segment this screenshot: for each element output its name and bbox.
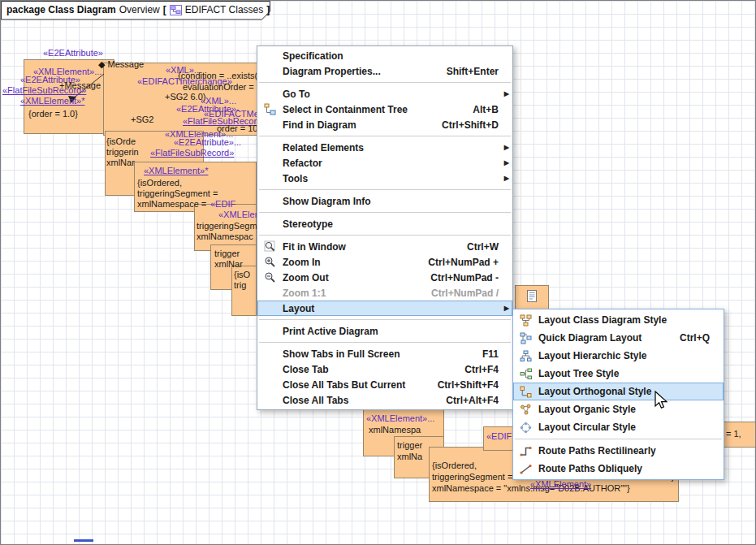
submenu-arrow-icon: ▶ (499, 91, 509, 97)
class-text-fragment: trigger (397, 440, 422, 450)
diagram-name-label: Overview (119, 4, 160, 15)
class-text-fragment: {isOrdered, (432, 461, 477, 470)
diagram-canvas[interactable]: «E2EAttribute»◆ Message«XML»...«XMLEleme… (0, 0, 756, 545)
diagram-kind-label: package Class Diagram (6, 4, 116, 15)
menu-item-tools[interactable]: Tools▶ (257, 171, 512, 186)
menu-item-find-in-diagram[interactable]: Find in DiagramCtrl+Shift+D (257, 117, 512, 132)
menu-item-label: Show Tabs in Full Screen (283, 348, 400, 360)
submenu-arrow-icon: ▶ (499, 305, 509, 312)
menu-item-show-diagram-info[interactable]: Show Diagram Info (257, 193, 512, 209)
mouse-cursor (654, 391, 672, 410)
menu-item-label: Layout Hierarchic Style (538, 350, 646, 361)
menu-item-label: Zoom Out (283, 272, 329, 283)
frame-open-bracket: [ (163, 4, 166, 15)
stereotype-label: «E2EAttribute»... (174, 137, 241, 147)
layout-organic-icon (516, 404, 535, 416)
quick-diagram-layout-icon (516, 332, 535, 344)
menu-item-zoom-out[interactable]: Zoom OutCtrl+NumPad - (257, 270, 512, 285)
menu-item-layout-tree-style[interactable]: Layout Tree Style (513, 365, 724, 383)
zoom-in-icon (260, 256, 279, 268)
containment-tree-icon (260, 103, 279, 115)
route-oblique-icon (516, 463, 535, 475)
class-diagram-icon (170, 5, 182, 15)
menu-item-specification[interactable]: Specification (257, 48, 512, 63)
menu-item-layout-class-diagram-style[interactable]: Layout Class Diagram Style (513, 311, 724, 329)
menu-item-quick-diagram-layout[interactable]: Quick Diagram LayoutCtrl+Q (513, 329, 724, 347)
class-text-fragment: triggerin (106, 147, 139, 157)
frame-close-bracket: ] (266, 4, 270, 15)
menu-item-label: Refactor (283, 158, 322, 169)
class-text-fragment: xmlNamespa (369, 425, 421, 435)
diagram-tab[interactable]: package Class Diagram Overview [ EDIFACT… (1, 1, 279, 20)
menu-item-show-tabs-in-full-screen[interactable]: Show Tabs in Full ScreenF11 (257, 346, 512, 361)
stereotype-label: «XMLElement»... (366, 413, 434, 423)
class-text-fragment: xmlNamespac (197, 231, 253, 241)
menu-item-label: Find in Diagram (283, 119, 356, 131)
class-text-fragment: evaluationOrder = 6, (183, 82, 264, 92)
class-text-fragment: +SG2 (131, 115, 153, 124)
layout-hierarchic-icon (516, 350, 535, 362)
class-text-fragment: ◆ Message (98, 59, 144, 69)
menu-item-fit-in-window[interactable]: Fit in WindowCtrl+W (257, 239, 512, 254)
menu-item-label: Show Diagram Info (283, 196, 371, 207)
menu-item-refactor[interactable]: Refactor▶ (257, 155, 512, 171)
menu-item-label: Go To (283, 89, 310, 100)
menu-item-print-active-diagram[interactable]: Print Active Diagram (257, 323, 512, 339)
stereotype-label: «XMLElement»* (144, 166, 209, 175)
menu-item-label: Zoom In (283, 257, 321, 268)
menu-item-shortcut: Alt+B (458, 104, 499, 115)
menu-item-label: Zoom 1:1 (283, 288, 326, 299)
menu-item-diagram-properties[interactable]: Diagram Properties...Shift+Enter (257, 63, 512, 79)
menu-item-stereotype[interactable]: Stereotype (257, 216, 512, 231)
menu-separator (259, 212, 511, 213)
menu-item-shortcut: Ctrl+Shift+F4 (423, 379, 499, 391)
zoom-out-icon (260, 271, 279, 283)
layout-class-diagram-icon (516, 314, 535, 327)
class-text-fragment: xmlNa (397, 452, 422, 461)
class-text-fragment: {isOrdered, (137, 178, 182, 188)
menu-item-layout[interactable]: Layout▶ (257, 301, 512, 316)
menu-item-zoom-in[interactable]: Zoom InCtrl+NumPad + (257, 254, 512, 270)
menu-item-route-paths-obliquely[interactable]: Route Paths Obliquely (513, 460, 724, 478)
menu-item-label: Close All Tabs But Current (283, 379, 405, 391)
menu-item-close-tab[interactable]: Close TabCtrl+F4 (257, 361, 512, 377)
menu-item-layout-orthogonal-style[interactable]: Layout Orthogonal Style (513, 383, 724, 400)
menu-item-label: Fit in Window (283, 241, 346, 253)
stereotype-label: «XMLElement»* (20, 96, 85, 106)
menu-item-route-paths-rectilinearly[interactable]: Route Paths Rectilinearly (513, 442, 724, 460)
menu-item-related-elements[interactable]: Related Elements▶ (257, 140, 512, 155)
menu-item-shortcut: Ctrl+Alt+F4 (431, 395, 499, 406)
menu-item-layout-organic-style[interactable]: Layout Organic Style (513, 400, 724, 418)
submenu-arrow-icon: ▶ (499, 160, 509, 167)
menu-item-label: Specification (283, 50, 343, 62)
menu-item-select-in-containment-tree[interactable]: Select in Containment TreeAlt+B (257, 102, 512, 117)
menu-item-label: Close Tab (283, 364, 328, 375)
diagram-frame-title: EDIFACT Classes (185, 4, 263, 15)
menu-item-layout-hierarchic-style[interactable]: Layout Hierarchic Style (513, 347, 724, 365)
stereotype-label: «FlatFileSubRecord» (2, 85, 86, 95)
class-text-fragment: trig (234, 280, 246, 290)
menu-item-layout-circular-style[interactable]: Layout Circular Style (513, 418, 724, 436)
page-icon (527, 290, 538, 306)
frame-edge-mark (74, 539, 93, 542)
menu-item-label: Layout Class Diagram Style (538, 314, 667, 326)
menu-item-zoom-1-1[interactable]: Zoom 1:1Ctrl+NumPad / (257, 285, 512, 301)
layout-tree-icon (516, 368, 535, 380)
menu-item-shortcut: F11 (468, 348, 499, 360)
menu-separator (259, 189, 511, 190)
layout-submenu: Layout Class Diagram StyleQuick Diagram … (512, 309, 724, 480)
menu-item-close-all-tabs[interactable]: Close All TabsCtrl+Alt+F4 (257, 392, 512, 408)
menu-item-label: Close All Tabs (283, 395, 348, 406)
menu-item-label: Route Paths Obliquely (538, 463, 642, 474)
menu-item-go-to[interactable]: Go To▶ (257, 86, 512, 102)
menu-item-close-all-tabs-but-current[interactable]: Close All Tabs But CurrentCtrl+Shift+F4 (257, 377, 512, 392)
class-text-fragment: xmlNar (214, 259, 243, 269)
menu-item-label: Layout (283, 303, 314, 314)
diagram-element-fragment[interactable] (515, 285, 549, 311)
menu-item-shortcut: Ctrl+W (452, 241, 499, 253)
menu-item-label: Quick Diagram Layout (538, 332, 642, 344)
class-text-fragment: = 1, (726, 429, 741, 439)
menu-item-shortcut: Ctrl+NumPad - (416, 272, 499, 283)
menu-item-shortcut: Ctrl+F4 (450, 364, 499, 375)
menu-item-shortcut: Ctrl+Q (665, 332, 710, 344)
